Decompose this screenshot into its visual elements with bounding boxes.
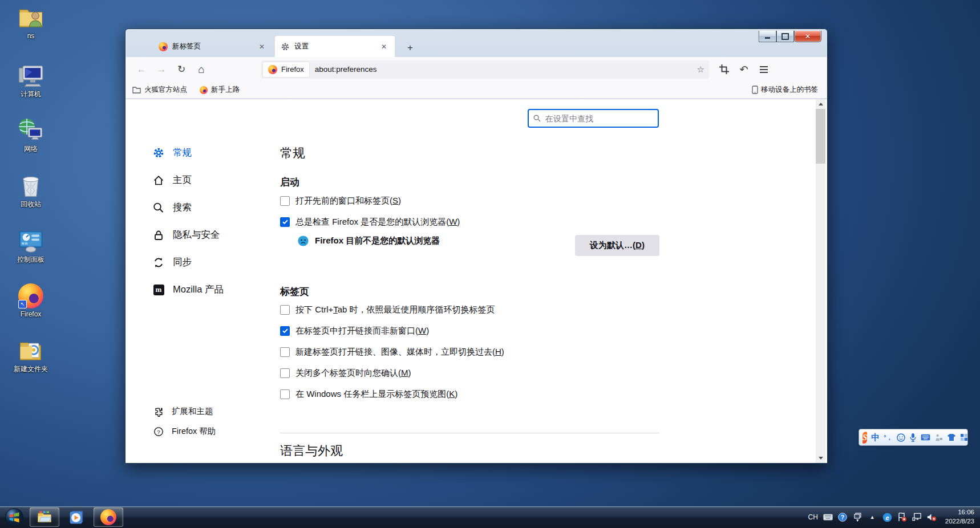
vertical-scrollbar[interactable] — [816, 99, 825, 463]
recycle-bin-icon — [18, 173, 44, 199]
maximize-button[interactable] — [776, 31, 794, 42]
url-bar[interactable]: Firefox about:preferences ☆ — [261, 60, 709, 79]
tab-settings[interactable]: 设置 ✕ — [275, 36, 395, 57]
home-button[interactable]: ⌂ — [193, 62, 209, 78]
firefox-icon: ↖ — [18, 283, 44, 309]
desktop-icon-network[interactable]: 网络 — [5, 117, 57, 153]
set-default-button[interactable]: 设为默认…(D) — [575, 235, 659, 256]
scrollbar-thumb[interactable] — [816, 109, 825, 164]
tabs-heading: 标签页 — [280, 285, 309, 298]
bookmark-star-icon[interactable]: ☆ — [697, 64, 704, 75]
desktop-icon-computer[interactable]: 计算机 — [5, 63, 57, 99]
toolbox-icon[interactable] — [960, 433, 968, 441]
desktop-icon-ns[interactable]: ns — [5, 5, 57, 40]
skin-icon[interactable] — [947, 433, 956, 441]
globe-icon — [200, 86, 208, 94]
undo-icon[interactable]: ↶ — [736, 62, 752, 78]
tab-close-icon[interactable]: ✕ — [379, 42, 389, 52]
reload-button[interactable]: ↻ — [173, 62, 189, 78]
checkbox[interactable] — [280, 326, 290, 336]
tab-close-icon[interactable]: ✕ — [257, 42, 267, 52]
scroll-down-arrow[interactable] — [816, 453, 825, 463]
checkbox[interactable] — [280, 196, 290, 206]
sidebar-item-home[interactable]: 主页 — [153, 166, 273, 194]
keyboard-icon[interactable] — [921, 434, 930, 441]
sad-face-icon — [297, 235, 309, 247]
forward-button[interactable]: → — [153, 62, 169, 78]
pref-restore-session[interactable]: 打开先前的窗口和标签页(S) — [280, 194, 401, 207]
sidebar-item-extensions[interactable]: 扩展和主题 — [153, 401, 273, 421]
scroll-up-arrow[interactable] — [816, 99, 825, 109]
sidebar-item-sync[interactable]: 同步 — [153, 249, 273, 276]
action-center-icon[interactable] — [897, 513, 907, 522]
mobile-bookmarks[interactable]: 移动设备上的书签 — [752, 85, 818, 95]
bookmark-getting-started[interactable]: 新手上路 — [200, 85, 240, 95]
taskbar-media-player-button[interactable] — [64, 507, 89, 527]
sidebar-item-general[interactable]: 常规 — [153, 139, 273, 166]
new-tab-button[interactable]: + — [403, 40, 418, 55]
firefox-icon — [159, 42, 168, 51]
sidebar-item-search[interactable]: 搜索 — [153, 194, 273, 221]
sidebar-item-privacy[interactable]: 隐私与安全 — [153, 221, 273, 249]
tab-new-tab[interactable]: 新标签页 ✕ — [153, 36, 273, 57]
pref-check-default[interactable]: 总是检查 Firefox 是否是您的默认浏览器(W) — [280, 216, 460, 228]
pref-open-in-tabs[interactable]: 在标签页中打开链接而非新窗口(W) — [280, 324, 429, 337]
bookmark-folder-firefox-official[interactable]: 火狐官方站点 — [132, 85, 187, 95]
svg-text:e: e — [885, 514, 889, 521]
desktop-icon-firefox[interactable]: ↖ Firefox — [5, 283, 57, 319]
network-icon[interactable] — [912, 513, 922, 522]
volume-muted-icon[interactable] — [927, 513, 937, 522]
pref-ctrl-tab-cycle[interactable]: 按下 Ctrl+Tab 时，依照最近使用顺序循环切换标签页 — [280, 303, 495, 316]
screenshot-crop-icon[interactable] — [716, 62, 732, 78]
help-icon[interactable]: ? — [838, 513, 848, 522]
desktop-icon-control-panel[interactable]: 控制面板 — [5, 228, 57, 264]
minimize-button[interactable] — [759, 31, 776, 42]
gear-icon — [281, 42, 290, 51]
ime-mode-button[interactable]: 中 — [871, 432, 880, 443]
checkbox[interactable] — [280, 368, 290, 378]
navigation-toolbar: ← → ↻ ⌂ Firefox about:preferences ☆ ↶ — [125, 57, 827, 82]
pref-switch-to-new-tab[interactable]: 新建标签页打开链接、图像、媒体时，立即切换过去(H) — [280, 346, 504, 358]
taskbar-explorer-button[interactable] — [30, 507, 59, 527]
pref-label: 按下 Ctrl+Tab 时，依照最近使用顺序循环切换标签页 — [295, 304, 495, 315]
page-title: 常规 — [280, 145, 305, 162]
sidebar-item-firefox-help[interactable]: ? Firefox 帮助 — [153, 421, 273, 441]
pref-confirm-close-tabs[interactable]: 关闭多个标签页时向您确认(M) — [280, 367, 411, 379]
site-identity-chip[interactable]: Firefox — [263, 62, 309, 77]
checkbox[interactable] — [280, 217, 290, 227]
handwriting-icon[interactable]: 24 — [934, 433, 943, 442]
startup-heading: 启动 — [280, 176, 299, 189]
desktop-icon-recycle-bin[interactable]: 回收站 — [5, 173, 57, 209]
start-button[interactable] — [5, 507, 24, 527]
sogou-logo-icon[interactable]: S — [862, 432, 867, 444]
pref-label: 总是检查 Firefox 是否是您的默认浏览器(W) — [295, 217, 460, 228]
show-hidden-icon[interactable]: ▲ — [868, 513, 877, 522]
back-button[interactable]: ← — [133, 62, 149, 78]
clock-date: 2022/8/23 — [945, 517, 974, 526]
taskbar-clock[interactable]: 16:06 2022/8/23 — [945, 508, 974, 526]
svg-text:?: ? — [841, 514, 844, 521]
menu-icon[interactable] — [756, 62, 772, 78]
ime-punctuation-button[interactable]: °， — [884, 433, 892, 442]
settings-sidebar-bottom: 扩展和主题 ? Firefox 帮助 — [153, 401, 273, 441]
window-switcher-icon[interactable]: ▼ — [853, 511, 862, 523]
ie-icon[interactable]: e — [882, 513, 892, 522]
checkbox[interactable] — [280, 389, 290, 399]
taskbar-firefox-button[interactable] — [94, 507, 123, 527]
keyboard-icon[interactable] — [823, 513, 833, 522]
network-icon — [18, 117, 44, 144]
url-text[interactable]: about:preferences — [315, 65, 697, 74]
sidebar-item-mozilla-products[interactable]: m Mozilla 产品 — [153, 276, 273, 303]
window-titlebar[interactable]: 新标签页 ✕ 设置 ✕ + ✕ — [125, 29, 827, 57]
system-tray: CH ? ▼ ▲ e 1 — [808, 508, 980, 526]
lock-icon — [153, 229, 164, 241]
pref-taskbar-previews[interactable]: 在 Windows 任务栏上显示标签页预览图(K) — [280, 388, 457, 400]
checkbox[interactable] — [280, 347, 290, 357]
smiley-icon[interactable] — [897, 433, 905, 442]
checkbox[interactable] — [280, 305, 290, 315]
desktop-icon-new-folder[interactable]: 新建文件夹 — [5, 338, 57, 373]
mic-icon[interactable] — [909, 433, 917, 442]
close-button[interactable]: ✕ — [794, 31, 821, 42]
language-indicator[interactable]: CH — [808, 513, 817, 521]
mozilla-icon: m — [153, 284, 164, 295]
